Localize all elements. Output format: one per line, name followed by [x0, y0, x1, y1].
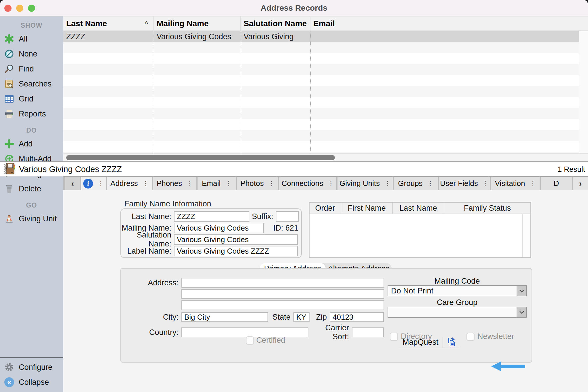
address-line2-field[interactable]	[181, 289, 384, 299]
suffix-label: Suffix:	[249, 212, 276, 221]
chevron-down-icon[interactable]	[517, 286, 526, 296]
column-header-salutation-name[interactable]: Salutation Name	[241, 16, 310, 31]
gear-icon	[4, 362, 14, 372]
tab-label: Giving Units	[339, 179, 380, 188]
tab-address[interactable]: Address ⋮	[107, 177, 152, 190]
sidebar-item-label: Add	[19, 140, 33, 148]
tab-visitation[interactable]: Visitation ⋮	[491, 177, 540, 190]
asterisk-icon	[4, 34, 14, 44]
city-field[interactable]	[181, 312, 268, 322]
sidebar-item-all[interactable]: All	[0, 31, 63, 46]
tab-menu-icon[interactable]: ⋮	[427, 180, 434, 187]
column-label: Mailing Name	[157, 19, 208, 28]
tabs-scroll-left-button[interactable]: ‹	[65, 177, 80, 190]
carrier-sort-field[interactable]	[352, 327, 384, 337]
mailing-code-select[interactable]: Do Not Print	[388, 285, 527, 296]
tab-info[interactable]: i ⋮	[81, 177, 106, 190]
country-field[interactable]	[181, 327, 308, 337]
sidebar-item-label: Searches	[19, 80, 52, 88]
tab-email[interactable]: Email ⋮	[198, 177, 236, 190]
address-tab-content: Family Name Information Last Name: Suffi…	[63, 190, 588, 392]
tab-menu-icon[interactable]: ⋮	[98, 180, 104, 187]
tabs-scroll-right-button[interactable]: ›	[573, 177, 588, 190]
sidebar-item-configure[interactable]: Configure	[0, 360, 63, 375]
sidebar-item-searches[interactable]: Searches	[0, 76, 63, 91]
members-table-body	[310, 214, 530, 257]
no-entry-icon	[4, 49, 14, 59]
tab-label: Visitation	[495, 179, 525, 188]
salutation-name-field[interactable]	[174, 234, 298, 245]
sidebar-item-none[interactable]: None	[0, 46, 63, 61]
records-table-body: ZZZZ Various Giving Codes Various Giving…	[63, 31, 579, 153]
sidebar-item-label: Configure	[19, 363, 52, 372]
last-name-field[interactable]	[174, 211, 249, 222]
tab-partial[interactable]: D	[541, 177, 572, 190]
sidebar-item-giving-unit[interactable]: Giving Unit	[0, 211, 63, 226]
label-name-field[interactable]	[174, 246, 298, 256]
cell-salutation-name: Various Giving Codes	[241, 31, 310, 42]
column-header-last-name[interactable]: Last Name	[393, 203, 444, 214]
sidebar-item-label: Delete	[19, 184, 41, 193]
newsletter-checkbox[interactable]	[466, 333, 475, 341]
care-group-select[interactable]	[388, 307, 527, 318]
tab-connections[interactable]: Connections ⋮	[279, 177, 336, 190]
mailing-name-field[interactable]	[174, 223, 264, 233]
tab-label: Photos	[240, 179, 264, 188]
sidebar-item-delete[interactable]: Delete	[0, 181, 63, 196]
tab-photos[interactable]: Photos ⋮	[237, 177, 278, 190]
plus-icon	[4, 139, 14, 149]
tab-menu-icon[interactable]: ⋮	[384, 180, 391, 187]
tab-label: D	[554, 179, 559, 188]
sidebar-item-find[interactable]: Find	[0, 61, 63, 76]
tab-groups[interactable]: Groups ⋮	[394, 177, 438, 190]
care-group-label: Care Group	[388, 298, 527, 307]
sidebar-item-grid[interactable]: Grid	[0, 91, 63, 106]
column-separator	[154, 31, 154, 153]
tab-giving-units[interactable]: Giving Units ⋮	[337, 177, 393, 190]
certified-checkbox[interactable]	[246, 336, 254, 344]
directory-checkbox[interactable]	[390, 333, 398, 341]
column-header-email[interactable]: Email	[310, 16, 588, 31]
tab-menu-icon[interactable]: ⋮	[530, 180, 536, 187]
column-header-mailing-name[interactable]: Mailing Name	[154, 16, 241, 31]
tab-menu-icon[interactable]: ⋮	[187, 180, 193, 187]
horizontal-scrollbar[interactable]	[63, 153, 588, 161]
column-label: Last Name	[66, 19, 107, 28]
last-name-label: Last Name:	[121, 212, 174, 221]
state-field[interactable]	[293, 312, 310, 322]
sidebar-section-show: SHOW	[0, 19, 63, 31]
suffix-field[interactable]	[276, 211, 299, 222]
tab-label: Connections	[282, 179, 323, 188]
search-list-icon	[4, 79, 14, 89]
label-name-label: Label Name:	[121, 247, 174, 256]
copy-icon	[446, 337, 456, 347]
directory-label: Directory	[401, 332, 432, 341]
members-scrollbar[interactable]	[522, 214, 530, 257]
record-title: Various Giving Codes ZZZZ	[19, 165, 122, 174]
tab-user-fields[interactable]: User Fields ⋮	[439, 177, 490, 190]
copy-address-button[interactable]	[443, 337, 459, 348]
tab-menu-icon[interactable]: ⋮	[483, 180, 489, 187]
sort-asc-icon: ^	[145, 17, 148, 31]
scrollbar-thumb[interactable]	[66, 155, 335, 160]
address-line1-field[interactable]	[181, 278, 384, 288]
column-header-order[interactable]: Order	[310, 203, 341, 214]
tab-menu-icon[interactable]: ⋮	[328, 180, 334, 187]
tab-menu-icon[interactable]: ⋮	[268, 180, 275, 187]
address-line3-field[interactable]	[181, 300, 384, 310]
table-row[interactable]: ZZZZ Various Giving Codes Various Giving…	[63, 31, 579, 42]
column-header-first-name[interactable]: First Name	[341, 203, 393, 214]
tab-label: User Fields	[440, 179, 478, 188]
sidebar-item-collapse[interactable]: « Collapse	[0, 375, 63, 390]
sidebar-section-do: DO	[0, 124, 63, 136]
sidebar-item-reports[interactable]: Reports	[0, 106, 63, 121]
vertical-scrollbar[interactable]	[579, 31, 588, 153]
sidebar-item-add[interactable]: Add	[0, 136, 63, 151]
tab-phones[interactable]: Phones ⋮	[153, 177, 196, 190]
tab-menu-icon[interactable]: ⋮	[225, 180, 232, 187]
tab-menu-icon[interactable]: ⋮	[143, 180, 149, 187]
zip-field[interactable]	[330, 312, 384, 322]
column-header-last-name[interactable]: Last Name ^	[63, 16, 154, 31]
column-header-family-status[interactable]: Family Status	[444, 203, 530, 214]
chevron-down-icon[interactable]	[517, 307, 526, 317]
